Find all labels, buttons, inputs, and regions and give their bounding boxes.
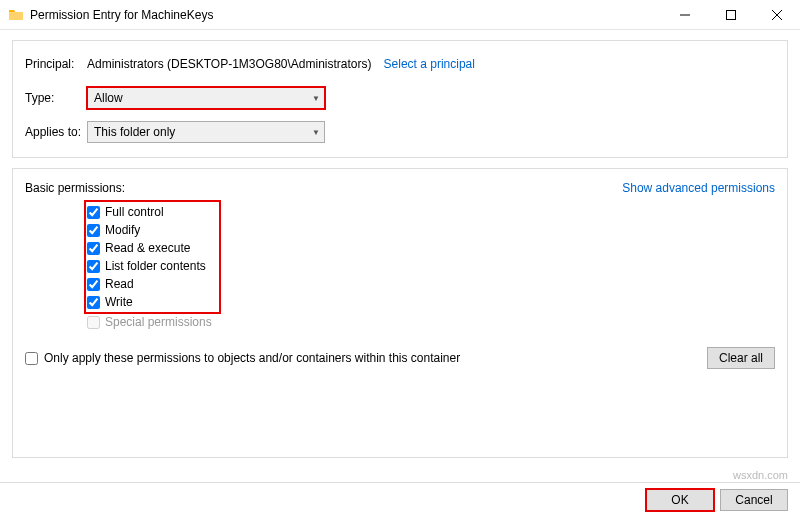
perm-special: Special permissions: [85, 313, 775, 329]
permissions-list: Full control Modify Read & execute List …: [85, 201, 220, 313]
perm-special-checkbox: [87, 316, 100, 329]
principal-label: Principal:: [25, 57, 87, 71]
svg-rect-1: [727, 10, 736, 19]
permissions-panel: Basic permissions: Show advanced permiss…: [12, 168, 788, 458]
folder-icon: [8, 7, 24, 23]
applies-dropdown[interactable]: This folder only ▼: [87, 121, 325, 143]
only-apply-label: Only apply these permissions to objects …: [44, 351, 460, 365]
type-value: Allow: [94, 91, 123, 105]
clear-all-button[interactable]: Clear all: [707, 347, 775, 369]
only-apply-checkbox-row[interactable]: Only apply these permissions to objects …: [25, 351, 460, 365]
only-apply-checkbox[interactable]: [25, 352, 38, 365]
watermark: wsxdn.com: [733, 469, 788, 481]
maximize-button[interactable]: [708, 0, 754, 30]
select-principal-link[interactable]: Select a principal: [384, 57, 475, 71]
perm-checkbox[interactable]: [87, 278, 100, 291]
cancel-button[interactable]: Cancel: [720, 489, 788, 511]
perm-checkbox[interactable]: [87, 242, 100, 255]
chevron-down-icon: ▼: [312, 94, 320, 103]
perm-modify[interactable]: Modify: [87, 221, 216, 239]
perm-checkbox[interactable]: [87, 296, 100, 309]
applies-value: This folder only: [94, 125, 175, 139]
perm-full-control[interactable]: Full control: [87, 203, 216, 221]
perm-list-folder[interactable]: List folder contents: [87, 257, 216, 275]
advanced-permissions-link[interactable]: Show advanced permissions: [622, 181, 775, 195]
type-label: Type:: [25, 91, 87, 105]
perm-checkbox[interactable]: [87, 224, 100, 237]
perm-checkbox[interactable]: [87, 260, 100, 273]
perm-read-execute[interactable]: Read & execute: [87, 239, 216, 257]
close-button[interactable]: [754, 0, 800, 30]
perm-checkbox[interactable]: [87, 206, 100, 219]
perm-read[interactable]: Read: [87, 275, 216, 293]
principal-panel: Principal: Administrators (DESKTOP-1M3OG…: [12, 40, 788, 158]
window-title: Permission Entry for MachineKeys: [30, 8, 662, 22]
ok-button[interactable]: OK: [646, 489, 714, 511]
basic-permissions-label: Basic permissions:: [25, 181, 125, 195]
principal-value: Administrators (DESKTOP-1M3OG80\Administ…: [87, 57, 372, 71]
titlebar: Permission Entry for MachineKeys: [0, 0, 800, 30]
perm-write[interactable]: Write: [87, 293, 216, 311]
chevron-down-icon: ▼: [312, 128, 320, 137]
applies-label: Applies to:: [25, 125, 87, 139]
type-dropdown[interactable]: Allow ▼: [87, 87, 325, 109]
minimize-button[interactable]: [662, 0, 708, 30]
